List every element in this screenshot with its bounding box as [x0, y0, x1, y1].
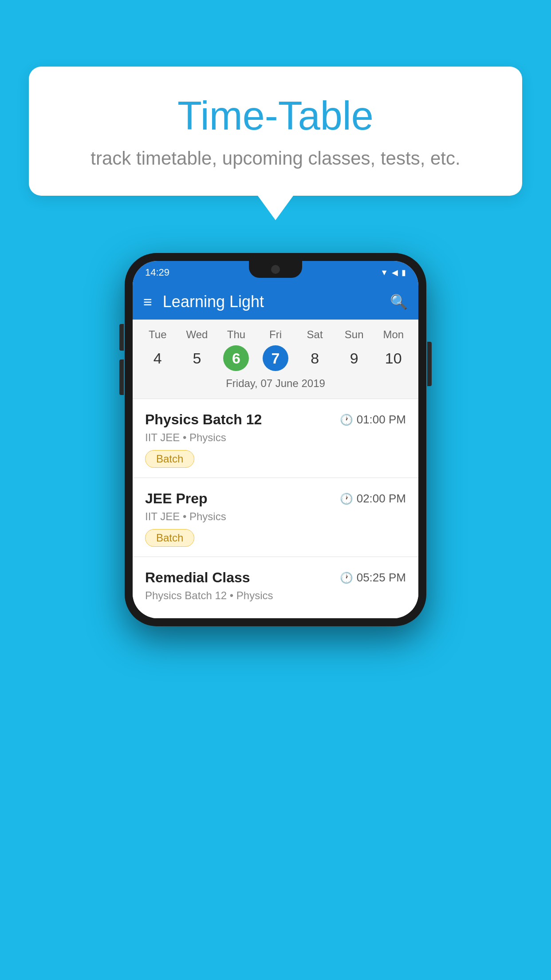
calendar-day-col[interactable]: Sun9 — [335, 328, 374, 371]
volume-up-button — [119, 324, 124, 351]
hero-subtitle: track timetable, upcoming classes, tests… — [64, 148, 487, 169]
day-number[interactable]: 6 — [223, 345, 249, 371]
menu-icon[interactable]: ≡ — [143, 293, 152, 311]
class-subtitle: IIT JEE • Physics — [145, 431, 406, 444]
day-number[interactable]: 4 — [145, 345, 170, 371]
class-title: JEE Prep — [145, 490, 208, 507]
day-number[interactable]: 10 — [381, 345, 406, 371]
status-time: 14:29 — [145, 267, 169, 278]
class-title: Physics Batch 12 — [145, 411, 262, 428]
day-number[interactable]: 5 — [184, 345, 210, 371]
calendar-day-col[interactable]: Mon10 — [374, 328, 413, 371]
speech-bubble-arrow — [258, 196, 293, 220]
class-title: Remedial Class — [145, 569, 250, 586]
day-name: Fri — [269, 328, 282, 341]
phone-camera — [271, 265, 280, 274]
clock-icon: 🕐 — [340, 493, 353, 505]
day-name: Tue — [149, 328, 166, 341]
class-subtitle: Physics Batch 12 • Physics — [145, 589, 406, 602]
class-item[interactable]: Physics Batch 12🕐01:00 PMIIT JEE • Physi… — [133, 399, 418, 478]
calendar-date-label: Friday, 07 June 2019 — [133, 371, 418, 394]
app-bar: ≡ Learning Light 🔍 — [133, 284, 418, 320]
calendar-day-col[interactable]: Wed5 — [177, 328, 217, 371]
status-icons: ▼ ◀ ▮ — [380, 268, 406, 277]
day-number[interactable]: 7 — [263, 345, 288, 371]
calendar-day-col[interactable]: Sat8 — [295, 328, 335, 371]
day-name: Sun — [345, 328, 364, 341]
day-number[interactable]: 8 — [302, 345, 328, 371]
search-icon[interactable]: 🔍 — [390, 293, 408, 310]
class-time-text: 02:00 PM — [357, 492, 406, 506]
calendar-day-col[interactable]: Tue4 — [138, 328, 177, 371]
batch-badge: Batch — [145, 450, 194, 468]
class-time: 🕐02:00 PM — [340, 492, 406, 506]
phone-screen: 14:29 ▼ ◀ ▮ ≡ Learning Light 🔍 Tue4Wed5T… — [133, 261, 418, 618]
batch-badge: Batch — [145, 529, 194, 547]
class-item-header: Physics Batch 12🕐01:00 PM — [145, 411, 406, 428]
day-name: Thu — [227, 328, 245, 341]
class-subtitle: IIT JEE • Physics — [145, 510, 406, 523]
calendar-day-col[interactable]: Fri7 — [256, 328, 295, 371]
phone-outer-frame: 14:29 ▼ ◀ ▮ ≡ Learning Light 🔍 Tue4Wed5T… — [125, 253, 426, 626]
day-name: Wed — [186, 328, 208, 341]
day-name: Sat — [307, 328, 323, 341]
phone-mockup: 14:29 ▼ ◀ ▮ ≡ Learning Light 🔍 Tue4Wed5T… — [125, 253, 426, 626]
class-time-text: 01:00 PM — [357, 413, 406, 427]
calendar-strip: Tue4Wed5Thu6Fri7Sat8Sun9Mon10 Friday, 07… — [133, 320, 418, 399]
wifi-icon: ▼ — [380, 268, 388, 277]
calendar-days-row: Tue4Wed5Thu6Fri7Sat8Sun9Mon10 — [133, 328, 418, 371]
signal-icon: ◀ — [392, 268, 398, 277]
battery-icon: ▮ — [401, 268, 406, 277]
day-number[interactable]: 9 — [341, 345, 367, 371]
power-button — [427, 342, 432, 386]
class-time: 🕐01:00 PM — [340, 413, 406, 427]
class-time: 🕐05:25 PM — [340, 571, 406, 585]
phone-notch — [249, 261, 302, 278]
hero-title: Time-Table — [64, 93, 487, 139]
class-item[interactable]: Remedial Class🕐05:25 PMPhysics Batch 12 … — [133, 557, 418, 618]
class-list: Physics Batch 12🕐01:00 PMIIT JEE • Physi… — [133, 399, 418, 618]
hero-card: Time-Table track timetable, upcoming cla… — [29, 67, 522, 196]
class-time-text: 05:25 PM — [357, 571, 406, 585]
clock-icon: 🕐 — [340, 572, 353, 584]
calendar-day-col[interactable]: Thu6 — [216, 328, 256, 371]
app-title: Learning Light — [163, 292, 390, 311]
day-name: Mon — [383, 328, 404, 341]
class-item-header: Remedial Class🕐05:25 PM — [145, 569, 406, 586]
class-item[interactable]: JEE Prep🕐02:00 PMIIT JEE • PhysicsBatch — [133, 478, 418, 557]
class-item-header: JEE Prep🕐02:00 PM — [145, 490, 406, 507]
clock-icon: 🕐 — [340, 414, 353, 426]
hero-section: Time-Table track timetable, upcoming cla… — [29, 67, 522, 220]
volume-down-button — [119, 360, 124, 395]
